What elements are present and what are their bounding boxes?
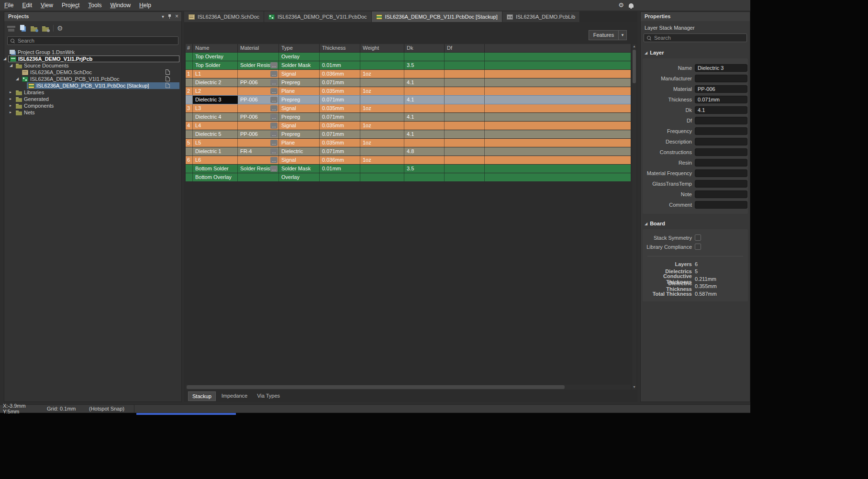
column-header-#[interactable]: # [186,44,193,52]
stackup-row-top-overlay[interactable]: Top OverlayOverlay [186,53,631,61]
stackup-row-dielectric-3[interactable]: Dielectric 3PP-006…Prepreg0.071mm4.1 [186,96,631,104]
cell-num[interactable]: 6 [186,156,193,164]
field-input-dk[interactable]: 4.1 [695,106,747,114]
cell-name[interactable]: Dielectric 4 [193,113,238,121]
cell-weight[interactable] [360,147,404,156]
cell-num[interactable] [186,165,193,173]
cell-mat[interactable] [238,53,279,61]
cell-mat[interactable]: FR-4… [238,147,279,156]
cell-thick[interactable]: 0.071mm [320,96,360,104]
cell-num[interactable] [186,61,193,69]
cell-type[interactable]: Prepreg [279,113,320,121]
cell-name[interactable]: Dielectric 3 [193,96,238,104]
cell-mat[interactable]: … [238,104,279,112]
scroll-up-icon[interactable]: ▲ [632,44,636,49]
cell-dk[interactable] [404,104,445,112]
cell-num[interactable] [186,96,193,104]
settings-gear-icon[interactable]: ⚙ [57,25,63,32]
cell-thick[interactable]: 0.036mm [320,70,360,78]
cell-dk[interactable]: 3.5 [404,61,445,69]
cell-dk[interactable]: 3.5 [404,165,445,173]
cell-rest[interactable] [485,61,631,69]
tree-item-nets[interactable]: ▸Nets [4,109,181,116]
cell-rest[interactable] [485,96,631,104]
doc-tab-isl6236a-demo-schdoc[interactable]: ISL6236A_DEMO.SchDoc [184,11,264,22]
stackup-row-l6[interactable]: 6L6…Signal0.036mm1oz [186,156,631,164]
cell-df[interactable] [445,122,485,130]
layer-section-header[interactable]: ◢ Layer [641,47,750,58]
doc-tab-isl6236a-demo-pcblib[interactable]: ISL6236A_DEMO.PcbLib [502,11,580,22]
folder-settings-icon[interactable] [42,25,50,32]
cell-weight[interactable]: 1oz [360,139,404,147]
stackup-row-dielectric-4[interactable]: Dielectric 4PP-006…Prepreg0.071mm4.1 [186,113,631,121]
menu-item-tools[interactable]: Tools [84,0,106,11]
column-header-Df[interactable]: Df [445,44,485,52]
cell-df[interactable] [445,61,485,69]
cell-rest[interactable] [485,70,631,78]
gear-icon[interactable]: ⚙ [618,0,624,11]
stackup-row-l2[interactable]: 2L2…Plane0.035mm1oz [186,87,631,95]
cell-mat[interactable]: … [238,156,279,164]
cell-type[interactable]: Prepreg [279,96,320,104]
tree-item-isl6236a-demo-v1i1-prjpcb[interactable]: ◢ISL6236A_DEMO_V1I1.PrjPcb [4,56,181,62]
panel-dropdown-icon[interactable]: ▾ [162,12,164,21]
tree-item-generated[interactable]: ▸Generated [4,96,181,102]
cell-thick[interactable]: 0.035mm [320,122,360,130]
column-header-Dk[interactable]: Dk [404,44,445,52]
stackup-row-l4[interactable]: 4L4…Signal0.035mm1oz [186,122,631,130]
cell-type[interactable]: Signal [279,70,320,78]
cell-df[interactable] [445,96,485,104]
cell-weight[interactable]: 1oz [360,70,404,78]
properties-search-input[interactable]: Search [644,33,747,42]
cell-df[interactable] [445,165,485,173]
cell-type[interactable]: Signal [279,156,320,164]
cell-mat[interactable]: PP-006… [238,113,279,121]
cell-thick[interactable]: 0.035mm [320,104,360,112]
cell-mat[interactable]: … [238,87,279,95]
tree-collapsed-icon[interactable]: ▸ [10,89,11,96]
material-picker-button[interactable]: … [270,123,278,129]
cell-thick[interactable]: 0.071mm [320,78,360,87]
field-input-material-frequency[interactable] [695,169,747,177]
cell-mat[interactable]: … [238,139,279,147]
features-button[interactable]: Features ▾ [589,30,627,40]
cell-dk[interactable] [404,122,445,130]
menu-item-view[interactable]: View [36,0,57,11]
menu-item-file[interactable]: File [0,0,18,11]
column-header-Name[interactable]: Name [193,44,238,52]
bottom-tab-impedance[interactable]: Impedance [218,391,251,401]
cell-df[interactable] [445,78,485,87]
cell-type[interactable]: Solder Mask [279,61,320,69]
cell-mat[interactable] [238,173,279,181]
cell-rest[interactable] [485,87,631,95]
tree-expanded-icon[interactable]: ◢ [10,62,12,69]
cell-thick[interactable]: 0.071mm [320,113,360,121]
cell-weight[interactable]: 1oz [360,156,404,164]
bottom-tab-via-types[interactable]: Via Types [253,391,284,401]
cell-type[interactable]: Signal [279,122,320,130]
material-picker-button[interactable]: … [270,157,278,163]
cell-dk[interactable]: 4.1 [404,96,445,104]
cell-weight[interactable]: 1oz [360,122,404,130]
material-picker-button[interactable]: … [270,62,278,68]
column-header-extra[interactable] [485,44,631,52]
notifications-bell-icon[interactable] [629,3,634,8]
field-input-note[interactable] [695,190,747,198]
column-header-Type[interactable]: Type [279,44,320,52]
cell-num[interactable]: 2 [186,87,193,95]
cell-dk[interactable]: 4.1 [404,130,445,138]
cell-name[interactable]: Dielectric 5 [193,130,238,138]
projects-search-input[interactable]: Search [7,36,178,45]
field-input-manufacturer[interactable] [695,75,747,82]
panel-pin-icon[interactable] [168,14,171,19]
cell-rest[interactable] [485,173,631,181]
cell-name[interactable]: L3 [193,104,238,112]
cell-rest[interactable] [485,165,631,173]
doc-tab-isl6236a-demo-pcb-v1i1-pcbdoc-stackup-[interactable]: ISL6236A_DEMO_PCB_V1I1.PcbDoc [Stackup] [372,11,502,22]
cell-name[interactable]: Bottom Overlay [193,173,238,181]
cell-type[interactable]: Dielectric [279,147,320,156]
cell-rest[interactable] [485,147,631,156]
cell-name[interactable]: Bottom Solder [193,165,238,173]
vertical-scrollbar-thumb[interactable] [633,50,636,83]
material-picker-button[interactable]: … [270,114,278,120]
